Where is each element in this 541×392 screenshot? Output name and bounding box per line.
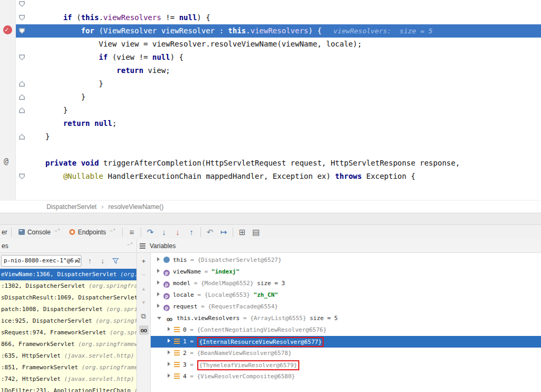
variable-name: model — [173, 280, 190, 287]
frame-location: sRequest:974, FrameworkServlet — [1, 329, 109, 336]
chevron-down-icon[interactable] — [157, 317, 161, 320]
menu-icon[interactable] — [140, 243, 145, 244]
frame-location: lDoFilter:231, ApplicationFilterChain — [1, 387, 134, 392]
variable-row[interactable]: pviewName = "indexj" — [151, 266, 541, 278]
debug-window-spacer — [0, 213, 541, 224]
chevron-right-icon[interactable] — [157, 269, 160, 273]
code-text: View view = viewResolver.resolveViewName… — [27, 40, 362, 48]
variable-row[interactable]: 3 = {ThymeleafViewResolver@6579} — [151, 359, 541, 371]
equals-sign: = — [194, 291, 205, 298]
stack-frame[interactable]: :742, HttpServlet (javax.servlet.http) — [0, 373, 136, 385]
variable-row[interactable]: 1 = {InternalResourceViewResolver@6577} — [151, 336, 541, 348]
tab-console[interactable]: Console →* — [14, 225, 65, 239]
duplicate-watch-icon[interactable]: ⧉ — [139, 312, 149, 321]
step-into-icon[interactable]: ↓ — [157, 227, 171, 236]
breadcrumb-class[interactable]: DispatcherServlet — [47, 203, 97, 211]
chevron-right-icon[interactable] — [168, 339, 170, 343]
run-to-cursor-icon[interactable]: ↦ — [217, 227, 231, 237]
move-watch-up-icon[interactable]: ▲ — [139, 284, 149, 294]
code-line[interactable]: } — [0, 90, 541, 104]
param-icon: p — [163, 281, 170, 288]
debugger-tab-fragment[interactable]: er — [0, 229, 9, 236]
code-line[interactable]: if (view != null) { — [0, 51, 541, 64]
variable-name: 1 — [183, 338, 187, 345]
chevron-right-icon[interactable] — [168, 373, 170, 378]
code-line[interactable]: } — [0, 77, 541, 90]
move-watch-down-icon[interactable]: ▼ — [139, 298, 149, 307]
stack-frame[interactable]: :1302, DispatcherServlet (org.springfram… — [0, 280, 136, 292]
breakpoint-icon[interactable] — [3, 25, 12, 34]
code-line[interactable]: View view = viewResolver.resolveViewName… — [0, 38, 541, 51]
red-annotation-box: {InternalResourceViewResolver@6577} — [197, 337, 324, 347]
thread-selector[interactable]: p-nio-8080-exec-1"@6,2... — [1, 255, 81, 267]
stack-frame[interactable]: lDoFilter:231, ApplicationFilterChain (o… — [0, 385, 136, 392]
step-out-icon[interactable]: ↑ — [185, 227, 198, 236]
variable-row[interactable]: pmodel = {ModelMap@6552} size = 3 — [151, 278, 541, 289]
code-text: viewResolvers — [103, 13, 161, 22]
tab-endpoints[interactable]: Endpoints →* — [65, 225, 120, 239]
chevron-right-icon[interactable] — [168, 327, 170, 331]
table-view-icon[interactable]: ⊞ — [235, 227, 249, 237]
param-icon: p — [163, 270, 170, 276]
variable-row[interactable]: 4 = {ViewResolverComposite@6580} — [151, 371, 541, 382]
drop-frame-icon[interactable]: ↶ — [203, 227, 217, 237]
frame-location: :851, FrameworkServlet — [1, 364, 81, 371]
variable-row[interactable]: 2 = {BeanNameViewResolver@6578} — [151, 348, 541, 359]
code-line[interactable]: @Nullable HandlerExecutionChain mappedHa… — [0, 170, 541, 183]
code-line[interactable]: for (ViewResolver viewResolver : this.vi… — [0, 24, 541, 38]
stack-frame[interactable]: sDispatchResult:1069, DispatcherServlet … — [0, 292, 136, 304]
stack-frame[interactable]: :635, HttpServlet (javax.servlet.http) — [0, 350, 136, 362]
variable-value: {BeanNameViewResolver@6578} — [197, 350, 292, 357]
code-line[interactable]: } — [0, 104, 541, 117]
layout-settings-icon[interactable]: ▤ — [249, 227, 263, 237]
stack-frame[interactable]: eViewName:1366, DispatcherServlet (org.s… — [0, 269, 136, 280]
tab-console-label: Console — [27, 229, 51, 236]
code-line[interactable]: if (this.viewResolvers != null) { — [0, 11, 541, 24]
variable-row[interactable]: this = {DispatcherServlet@6527} — [151, 254, 541, 266]
stack-frame[interactable]: :851, FrameworkServlet (org.springframew… — [0, 362, 136, 373]
variable-row[interactable]: oothis.viewResolvers = {ArrayList@6555} … — [151, 313, 541, 324]
stack-frame[interactable]: ice:925, DispatcherServlet (org.springfr… — [0, 315, 136, 327]
settings-menu-icon[interactable]: ≡ — [125, 227, 139, 236]
variable-size-info: size = 5 — [306, 315, 338, 322]
chevron-right-icon[interactable] — [157, 292, 160, 296]
stack-frame[interactable]: sRequest:974, FrameworkServlet (org.spri… — [0, 327, 136, 339]
remove-watch-icon[interactable]: − — [139, 270, 149, 280]
code-line[interactable] — [0, 143, 541, 157]
frame-package: (org.springframewo — [81, 364, 136, 371]
chevron-right-icon[interactable] — [168, 362, 170, 366]
chevron-right-icon[interactable] — [157, 257, 160, 261]
filter-funnel-icon[interactable] — [112, 258, 119, 265]
frames-header-mark-icon[interactable]: →* — [126, 241, 133, 247]
frame-package: (org.spr — [120, 271, 136, 278]
debug-actions: ≡↷↓↓↑↶↦⊞▤ — [125, 227, 263, 237]
step-over-icon[interactable]: ↷ — [143, 227, 157, 237]
code-line[interactable]: return null; — [0, 117, 541, 130]
fold-marker-icon[interactable] — [19, 1, 25, 7]
chevron-right-icon[interactable] — [157, 304, 160, 308]
variable-row[interactable]: 0 = {ContentNegotiatingViewResolver@6576… — [151, 324, 541, 336]
breadcrumb-method[interactable]: resolveViewName() — [108, 203, 163, 211]
stack-frame[interactable]: patch:1008, DispatcherServlet (org.sprin… — [0, 304, 136, 315]
force-step-into-icon[interactable]: ↓ — [171, 227, 185, 236]
variable-row[interactable]: prequest = {RequestFacade@6554} — [151, 301, 541, 313]
frame-package: (org.springfra — [106, 306, 136, 313]
frame-package: (javax.servlet.http) — [64, 352, 134, 359]
code-line[interactable]: } — [0, 130, 541, 143]
navigate-frame-down-icon[interactable]: ↓ — [97, 255, 108, 267]
show-watches-in-variables-icon[interactable]: oo — [139, 325, 149, 335]
code-editor[interactable]: if (this.viewResolvers != null) { for (V… — [0, 0, 541, 200]
chevron-right-icon[interactable] — [157, 280, 160, 285]
code-text: HandlerExecutionChain mappedHandler, Exc… — [103, 172, 335, 180]
code-line[interactable]: private void triggerAfterCompletion(Http… — [0, 157, 541, 170]
frame-package: (org.springframew — [96, 317, 136, 324]
stack-frame[interactable]: 866, FrameworkServlet (org.springframewo — [0, 339, 136, 350]
chevron-right-icon[interactable] — [168, 350, 170, 354]
variable-row[interactable]: plocale = {Locale@6553} "zh_CN" — [151, 289, 541, 301]
code-text: for — [81, 26, 99, 35]
equals-sign: = — [190, 280, 201, 287]
new-watch-icon[interactable]: + — [139, 257, 149, 266]
code-line[interactable]: return view; — [0, 64, 541, 77]
navigate-frame-up-icon[interactable]: ↑ — [85, 255, 95, 267]
code-text — [27, 159, 45, 167]
